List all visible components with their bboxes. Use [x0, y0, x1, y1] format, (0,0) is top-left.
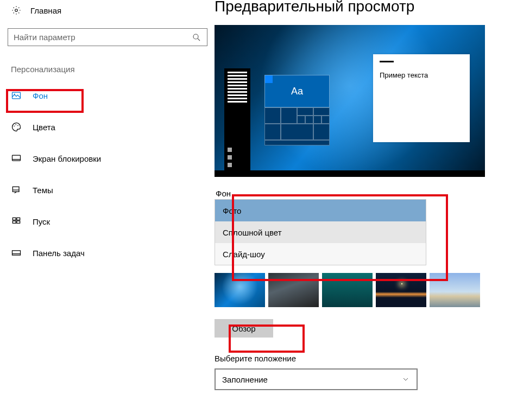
svg-rect-13	[12, 251, 21, 255]
search-input-container[interactable]	[8, 28, 207, 46]
chevron-down-icon	[401, 375, 410, 384]
background-dropdown[interactable]: Фото Сплошной цвет Слайд-шоу	[215, 199, 426, 265]
section-title-personalization: Персонализация	[8, 65, 207, 74]
sidebar-item-background[interactable]: Фон	[8, 84, 207, 107]
sidebar-item-label: Пуск	[33, 217, 50, 226]
main-content: Предварительный просмотр Aa	[215, 0, 517, 420]
svg-rect-10	[17, 218, 20, 220]
preview-start-menu	[224, 68, 250, 170]
fit-section: Выберите положение Заполнение	[215, 354, 517, 390]
desktop-preview: Aa Пример текста	[215, 25, 485, 177]
background-option-photo[interactable]: Фото	[215, 200, 426, 221]
settings-sidebar: Главная Персонализация Фон	[0, 0, 215, 420]
svg-point-3	[14, 93, 15, 94]
fit-select-value: Заполнение	[222, 375, 268, 384]
sidebar-item-label: Цвета	[33, 123, 55, 132]
svg-rect-11	[12, 221, 16, 223]
sidebar-item-label: Фон	[33, 91, 48, 100]
browse-button[interactable]: Обзор	[215, 319, 273, 338]
wallpaper-thumb[interactable]	[322, 273, 373, 307]
svg-point-1	[193, 34, 198, 39]
search-icon	[192, 33, 201, 42]
svg-point-0	[15, 9, 18, 12]
sidebar-item-taskbar[interactable]: Панель задач	[8, 241, 207, 265]
svg-rect-9	[12, 218, 16, 220]
preview-taskbar	[215, 170, 485, 177]
themes-icon	[11, 184, 22, 195]
wallpaper-thumb[interactable]	[376, 273, 426, 307]
preview-tiles: Aa	[264, 75, 330, 145]
taskbar-icon	[11, 247, 22, 258]
wallpaper-thumb[interactable]	[215, 273, 265, 307]
background-option-slideshow[interactable]: Слайд-шоу	[215, 243, 426, 265]
preview-tile-large: Aa	[264, 75, 330, 107]
svg-rect-7	[12, 155, 21, 161]
nav-home[interactable]: Главная	[8, 0, 207, 21]
sidebar-item-start[interactable]: Пуск	[8, 209, 207, 233]
lockscreen-icon	[11, 153, 22, 164]
recent-images-row	[215, 273, 517, 307]
fit-label: Выберите положение	[215, 354, 517, 363]
preview-sample-text: Пример текста	[380, 71, 463, 79]
sidebar-item-label: Темы	[33, 186, 53, 195]
palette-icon	[11, 122, 22, 132]
background-dropdown-section: Фон Фото Сплошной цвет Слайд-шоу	[215, 189, 426, 265]
background-option-solid[interactable]: Сплошной цвет	[215, 221, 426, 243]
sidebar-item-themes[interactable]: Темы	[8, 178, 207, 202]
picture-icon	[11, 90, 22, 101]
sidebar-item-colors[interactable]: Цвета	[8, 115, 207, 139]
search-input[interactable]	[14, 33, 192, 42]
svg-point-6	[17, 125, 18, 126]
nav-home-label: Главная	[30, 6, 61, 15]
sidebar-item-lockscreen[interactable]: Экран блокировки	[8, 147, 207, 170]
sidebar-item-label: Экран блокировки	[33, 154, 101, 163]
fit-select[interactable]: Заполнение	[215, 368, 418, 390]
preview-heading: Предварительный просмотр	[215, 0, 517, 15]
start-icon	[11, 216, 22, 227]
svg-point-4	[14, 126, 15, 127]
svg-point-5	[15, 124, 16, 125]
svg-rect-8	[12, 187, 19, 192]
preview-sample-window: Пример текста	[373, 54, 470, 142]
svg-rect-12	[17, 221, 20, 223]
gear-icon	[11, 5, 22, 16]
sidebar-item-label: Панель задач	[33, 249, 85, 258]
background-dropdown-label: Фон	[215, 189, 426, 198]
wallpaper-thumb[interactable]	[268, 273, 319, 307]
wallpaper-thumb[interactable]	[430, 273, 480, 307]
